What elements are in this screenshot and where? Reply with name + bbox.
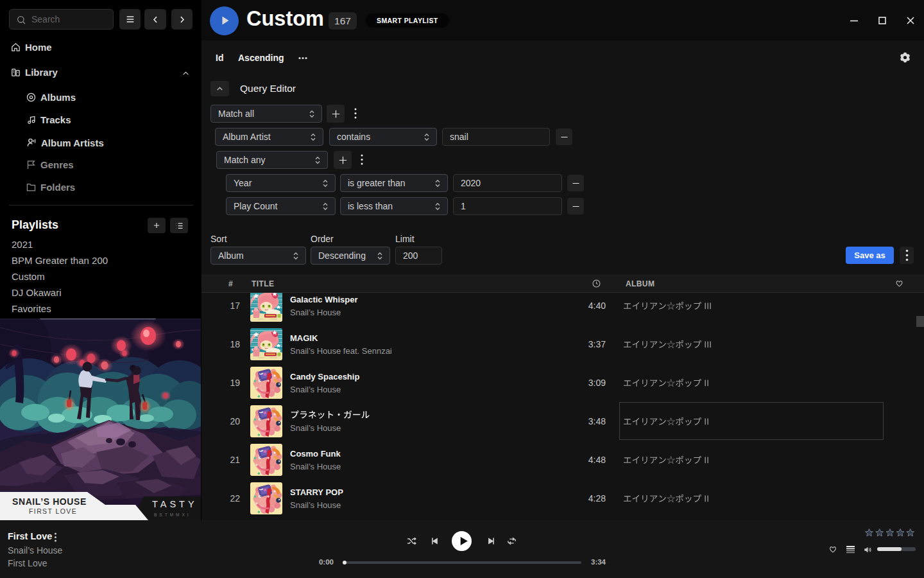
- svg-text:SNAIL’S HOUSE: SNAIL’S HOUSE: [12, 496, 87, 507]
- svg-text:TASTY: TASTY: [152, 499, 198, 509]
- svg-text:FIRST LOVE: FIRST LOVE: [29, 507, 77, 515]
- svg-text:BSTMMXI: BSTMMXI: [154, 512, 191, 517]
